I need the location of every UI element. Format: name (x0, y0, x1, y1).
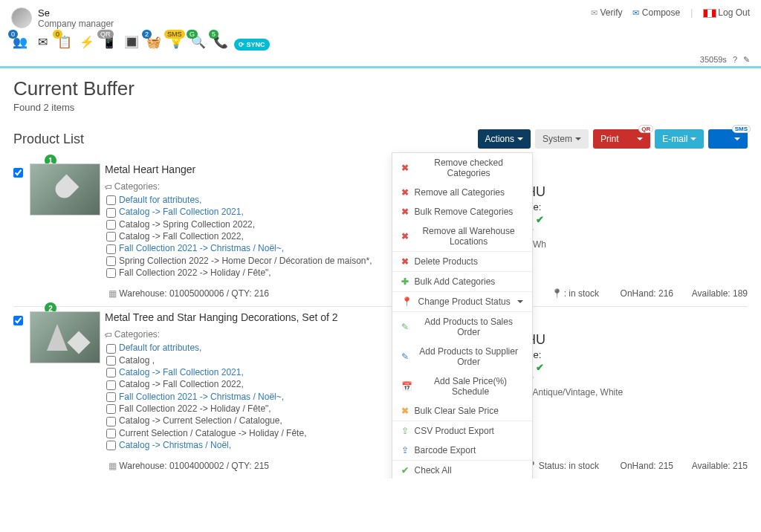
user-info: Se Company manager (38, 7, 591, 29)
dd-remove-checked-categories[interactable]: ✖Remove checked Categories (392, 153, 532, 183)
category-checkbox[interactable] (106, 356, 116, 366)
actions-dropdown: ✖Remove checked Categories✖Remove all Ca… (392, 152, 533, 479)
product-thumbnail[interactable] (30, 163, 100, 215)
category-item: Fall Collection 2022 -> Holiday / Fête", (119, 267, 271, 278)
category-checkbox[interactable] (106, 429, 116, 438)
user-role: Company manager (38, 19, 591, 29)
category-item: Spring Collection 2022 -> Home Decor / D… (119, 256, 372, 266)
tool-mail[interactable]: ✉ (33, 33, 51, 51)
sms-button[interactable]: SMS (708, 129, 748, 149)
category-item: Catalog -> Fall Collection 2022, (119, 231, 244, 241)
product-row: 1Metal Heart HangerCategories:Default fo… (13, 159, 748, 306)
edit-icon[interactable]: ✎ (743, 55, 750, 65)
page-title: Current Buffer (13, 77, 748, 100)
help-icon[interactable]: ? (733, 55, 737, 65)
user-name: Se (38, 7, 591, 19)
category-checkbox[interactable] (106, 368, 116, 377)
dd-add-sale-price-schedule[interactable]: 📅Add Sale Price(%) Schedule (392, 372, 532, 401)
category-item[interactable]: Catalog -> Fall Collection 2021, (119, 207, 244, 217)
category-checkbox[interactable] (106, 404, 116, 414)
dd-delete-products[interactable]: ✖Delete Products (392, 252, 532, 271)
dd-bulk-clear-sale-price[interactable]: ✖Bulk Clear Sale Price (392, 401, 532, 421)
category-checkbox[interactable] (106, 195, 116, 205)
dd-remove-all-categories[interactable]: ✖Remove all Categories (392, 183, 532, 202)
available-info: Available: 215 (673, 461, 748, 471)
category-checkbox[interactable] (106, 220, 116, 230)
tool-phone[interactable]: 📱QR (100, 33, 118, 51)
category-checkbox[interactable] (106, 268, 116, 278)
tool-bulb[interactable]: 💡SMS (167, 33, 185, 51)
status-info: Status: in stock (526, 461, 599, 471)
dd-change-product-status[interactable]: 📍Change Product Status (392, 292, 532, 311)
category-item: Current Selection / Catalogue -> Holiday… (119, 428, 306, 438)
category-item[interactable]: Default for attributes, (119, 343, 201, 353)
product-row: 2Metal Tree and Star Hanging Decorations… (13, 306, 748, 479)
check-icon: ✔ (536, 362, 544, 373)
user-avatar[interactable] (11, 7, 32, 28)
dd-csv-product-export[interactable]: ⇪CSV Product Export (392, 421, 532, 441)
header-actions: ✉ Verify ✉ Compose | Log Out (591, 7, 750, 18)
category-checkbox[interactable] (106, 380, 116, 390)
compose-link[interactable]: ✉ Compose (632, 7, 680, 18)
sync-button[interactable]: ⟳ SYNC (234, 39, 270, 51)
tool-users[interactable]: 👥0 (11, 33, 29, 51)
verify-link[interactable]: ✉ Verify (591, 7, 622, 18)
category-checkbox[interactable] (106, 208, 116, 218)
system-button[interactable]: System (535, 129, 589, 149)
header: Se Company manager ✉ Verify ✉ Compose | … (0, 0, 761, 33)
category-checkbox[interactable] (106, 232, 116, 241)
check-icon: ✔ (536, 214, 544, 225)
category-item[interactable]: Catalog -> Christmas / Noël, (119, 440, 231, 450)
category-item: Fall Collection 2022 -> Holiday / Fête", (119, 403, 271, 414)
list-title: Product List (13, 132, 478, 147)
tool-barcode[interactable]: 🔳 (123, 33, 140, 51)
onhand-info: OnHand: 215 (599, 461, 673, 471)
dd-remove-all-warehouse-locations[interactable]: ✖Remove all Warehouse Locations (392, 221, 532, 251)
category-checkbox[interactable] (106, 392, 116, 402)
actions-button[interactable]: Actions ✖Remove checked Categories✖Remov… (478, 129, 531, 149)
divider (0, 66, 761, 68)
category-checkbox[interactable] (106, 417, 116, 426)
dd-bulk-add-categories[interactable]: ✚Bulk Add Categories (392, 272, 532, 291)
product-thumbnail[interactable] (30, 311, 100, 363)
category-checkbox[interactable] (106, 344, 116, 354)
category-item[interactable]: Catalog -> Fall Collection 2021, (119, 367, 244, 377)
category-item[interactable]: Fall Collection 2021 -> Christmas / Noël… (119, 243, 284, 253)
tool-bolt[interactable]: ⚡ (78, 33, 96, 51)
dd-check-all[interactable]: ✔Check All (392, 461, 532, 479)
email-button[interactable]: E-mail (655, 129, 704, 149)
category-item: Catalog -> Fall Collection 2022, (119, 379, 244, 389)
tool-cart[interactable]: 🧺2 (145, 33, 163, 51)
available-info: Available: 189 (673, 288, 748, 299)
dd-add-products-to-sales-order[interactable]: ✎Add Products to Sales Order (392, 312, 532, 342)
print-button[interactable]: Print QR (593, 129, 650, 149)
category-item: Catalog , (119, 355, 155, 366)
timer: 35059s (700, 55, 727, 65)
category-item[interactable]: Default for attributes, (119, 195, 201, 205)
dd-bulk-remove-categories[interactable]: ✖Bulk Remove Categories (392, 202, 532, 221)
category-item[interactable]: Fall Collection 2021 -> Christmas / Noël… (119, 392, 284, 402)
logout-link[interactable]: Log Out (703, 7, 750, 18)
sub-header: 35059s ? ✎ (0, 55, 761, 66)
category-item: Catalog -> Spring Collection 2022, (119, 219, 255, 230)
category-checkbox[interactable] (106, 441, 116, 450)
status-info: : in stock (551, 288, 599, 299)
product-checkbox[interactable] (13, 168, 23, 178)
tool-notes[interactable]: 📋0 (56, 33, 74, 51)
attributes-value: Wh (533, 239, 546, 250)
onhand-info: OnHand: 216 (599, 288, 673, 299)
tool-call[interactable]: 📞5 (212, 33, 230, 51)
category-item: Catalog -> Current Selection / Catalogue… (119, 415, 282, 426)
button-bar: Actions ✖Remove checked Categories✖Remov… (478, 129, 748, 149)
icon-toolbar: 👥0 ✉ 📋0 ⚡ 📱QR 🔳 🧺2 💡SMS 🔍G 📞5 ⟳ SYNC (0, 33, 761, 55)
category-checkbox[interactable] (106, 256, 116, 266)
tool-search[interactable]: 🔍G (190, 33, 207, 51)
attributes-value: Antique/Vintage, White (532, 387, 623, 398)
dd-barcode-export[interactable]: ⇪Barcode Export (392, 441, 532, 460)
dd-add-products-to-supplier-order[interactable]: ✎Add Products to Supplier Order (392, 342, 532, 372)
category-checkbox[interactable] (106, 244, 116, 254)
product-checkbox[interactable] (13, 316, 23, 325)
results-count: Found 2 items (13, 102, 748, 113)
